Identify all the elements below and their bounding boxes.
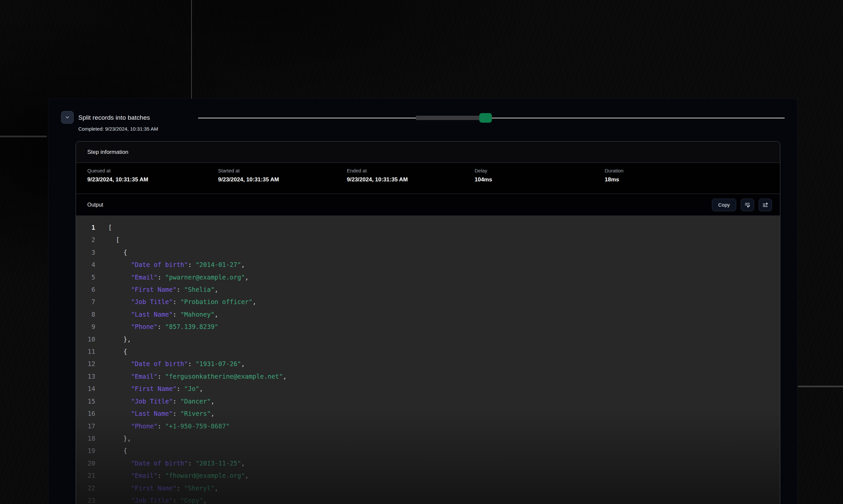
- chevron-down-icon: [65, 115, 70, 120]
- code-line: 10 },: [76, 333, 780, 345]
- code-line: 5 "Email": "pwarner@example.org",: [76, 271, 780, 284]
- code-line-text: "First Name": "Shelia",: [95, 284, 218, 296]
- code-line: 2 [: [76, 234, 780, 246]
- line-number: 17: [76, 420, 95, 432]
- step-title: Split records into batches: [78, 114, 150, 121]
- line-number: 14: [76, 383, 95, 395]
- code-line-text: "First Name": "Jo",: [95, 383, 203, 395]
- step-meta-value: 104ms: [475, 176, 492, 183]
- code-line-text: "Email": "pwarner@example.org",: [95, 271, 248, 284]
- code-line: 20 "Date of birth": "2013-11-25",: [76, 457, 780, 469]
- line-number: 22: [76, 482, 95, 494]
- line-number: 8: [76, 308, 95, 321]
- code-line: 6 "First Name": "Shelia",: [76, 284, 780, 296]
- wrap-text-button[interactable]: [741, 199, 754, 211]
- code-line: 8 "Last Name": "Mahoney",: [76, 308, 780, 321]
- code-line: 18 },: [76, 432, 780, 445]
- line-number: 9: [76, 321, 95, 333]
- line-number: 1: [76, 221, 95, 234]
- code-line-text: "Job Title": "Probation officer",: [95, 296, 256, 308]
- wrap-text-icon: [744, 202, 751, 208]
- line-number: 13: [76, 371, 95, 383]
- line-number: 15: [76, 395, 95, 408]
- code-line: 15 "Job Title": "Dancer",: [76, 395, 780, 408]
- scroll-to-top-icon: [762, 202, 769, 208]
- code-line: 1 [: [76, 221, 780, 234]
- code-line-text: "Date of birth": "2013-11-25",: [95, 457, 245, 469]
- code-line: 12 "Date of birth": "1931-07-26",: [76, 358, 780, 370]
- line-number: 23: [76, 494, 95, 504]
- code-line-text: "First Name": "Sheryl",: [95, 482, 218, 494]
- code-line-text: "Job Title": "Dancer",: [95, 395, 214, 408]
- timeline-handle[interactable]: [479, 113, 492, 123]
- code-line: 7 "Job Title": "Probation officer",: [76, 296, 780, 308]
- code-line-text: {: [95, 246, 127, 259]
- code-line: 13 "Email": "fergusonkatherine@example.n…: [76, 371, 780, 383]
- step-meta-label: Ended at: [347, 168, 367, 174]
- step-meta-value: 9/23/2024, 10:31:35 AM: [218, 176, 279, 183]
- code-line-text: [: [95, 234, 119, 246]
- line-number: 21: [76, 469, 95, 482]
- line-number: 3: [76, 246, 95, 259]
- code-line: 17 "Phone": "+1-950-759-8687": [76, 420, 780, 432]
- code-line-text: {: [95, 445, 127, 457]
- canvas-edge-line-right: [798, 385, 843, 387]
- line-number: 16: [76, 408, 95, 420]
- line-number: 7: [76, 296, 95, 308]
- code-line: 19 {: [76, 445, 780, 457]
- code-line: 11 {: [76, 345, 780, 358]
- step-meta-row: Queued at 9/23/2024, 10:31:35 AM Started…: [76, 163, 780, 194]
- code-line-text: [: [95, 221, 112, 234]
- step-detail-panel: Split records into batches Completed: 9/…: [48, 98, 797, 504]
- output-header-row: Output Copy: [76, 194, 780, 216]
- line-number: 20: [76, 457, 95, 469]
- code-line-text: },: [95, 432, 131, 445]
- code-line-text: "Last Name": "Mahoney",: [95, 308, 218, 321]
- code-line-text: "Date of birth": "2014-01-27",: [95, 259, 245, 271]
- code-line: 14 "First Name": "Jo",: [76, 383, 780, 395]
- step-information-header: Step information: [76, 142, 780, 163]
- code-line-text: "Email": "fergusonkatherine@example.net"…: [95, 371, 287, 383]
- code-line-text: "Phone": "+1-950-759-8687": [95, 420, 230, 432]
- step-meta-label: Queued at: [87, 168, 110, 174]
- output-code-viewer[interactable]: 1 [ 2 [ 3 { 4 "Date of birth": "2014-01-…: [76, 216, 780, 504]
- code-line-text: },: [95, 333, 131, 345]
- canvas-edge-line-left: [0, 136, 47, 137]
- line-number: 6: [76, 284, 95, 296]
- line-number: 11: [76, 345, 95, 358]
- code-line-text: "Phone": "857.139.8239": [95, 321, 218, 333]
- step-meta-value: 9/23/2024, 10:31:35 AM: [347, 176, 408, 183]
- line-number: 4: [76, 259, 95, 271]
- code-line-text: "Email": "fhoward@example.org",: [95, 469, 248, 482]
- step-timeline-slider: [198, 113, 785, 123]
- line-number: 19: [76, 445, 95, 457]
- step-information-title: Step information: [87, 149, 128, 156]
- step-meta-value: 18ms: [605, 176, 619, 183]
- output-actions: Copy: [712, 199, 772, 211]
- collapse-step-button[interactable]: [61, 111, 74, 124]
- code-line: 21 "Email": "fhoward@example.org",: [76, 469, 780, 482]
- step-completed-timestamp: Completed: 9/23/2024, 10:31:35 AM: [78, 126, 158, 132]
- timeline-progress-segment: [416, 116, 480, 120]
- output-title: Output: [87, 202, 103, 208]
- step-information-card: Step information Queued at 9/23/2024, 10…: [76, 141, 780, 504]
- line-number: 12: [76, 358, 95, 370]
- line-number: 10: [76, 333, 95, 345]
- step-meta-label: Duration: [605, 168, 624, 174]
- step-meta-value: 9/23/2024, 10:31:35 AM: [87, 176, 148, 183]
- copy-button-label: Copy: [718, 202, 730, 208]
- code-line: 9 "Phone": "857.139.8239": [76, 321, 780, 333]
- scroll-to-top-button[interactable]: [759, 199, 772, 211]
- code-line-text: "Date of birth": "1931-07-26",: [95, 358, 245, 370]
- step-meta-label: Delay: [475, 168, 487, 174]
- code-line: 16 "Last Name": "Rivers",: [76, 408, 780, 420]
- code-line-text: "Last Name": "Rivers",: [95, 408, 214, 420]
- copy-button[interactable]: Copy: [712, 199, 736, 211]
- step-meta-label: Started at: [218, 168, 240, 174]
- code-line: 23 "Job Title": "Copy",: [76, 494, 780, 504]
- canvas-edge-vertical-line: [191, 0, 192, 99]
- code-line: 22 "First Name": "Sheryl",: [76, 482, 780, 494]
- code-line-text: "Job Title": "Copy",: [95, 494, 207, 504]
- code-line: 4 "Date of birth": "2014-01-27",: [76, 259, 780, 271]
- code-line: 3 {: [76, 246, 780, 259]
